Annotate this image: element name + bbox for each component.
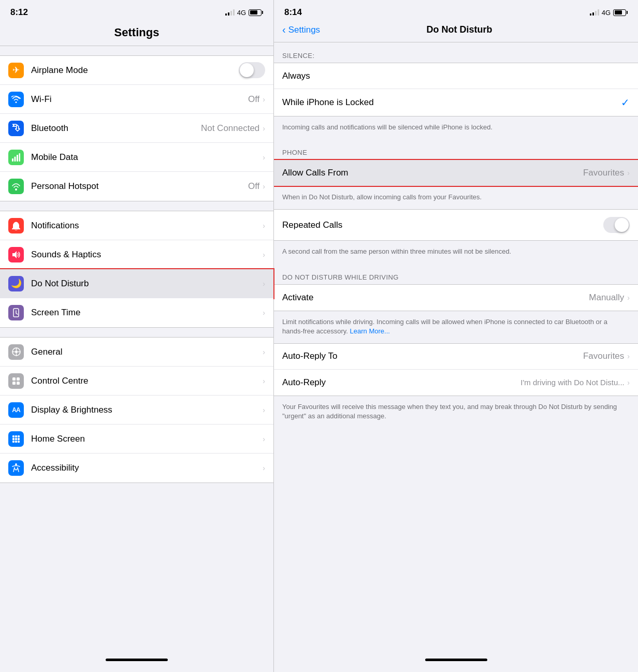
svg-rect-3 [19, 153, 21, 162]
display-label: Display & Brightness [31, 405, 263, 415]
personal-hotspot-value: Off [248, 181, 259, 192]
sounds-label: Sounds & Haptics [31, 250, 263, 260]
general-item[interactable]: General › [0, 338, 273, 367]
driving-header: DO NOT DISTURB WHILE DRIVING [274, 264, 638, 284]
svg-rect-0 [12, 158, 13, 162]
notifications-chevron: › [263, 222, 265, 230]
svg-marker-5 [12, 251, 17, 258]
while-locked-item[interactable]: While iPhone is Locked ✓ [274, 89, 638, 116]
svg-rect-22 [18, 438, 20, 440]
mobile-data-icon [8, 150, 24, 165]
auto-reply-section: Auto-Reply To Favourites › Auto-Reply I'… [274, 343, 638, 396]
while-locked-label: While iPhone is Locked [282, 97, 621, 108]
notifications-item[interactable]: Notifications › [0, 211, 273, 240]
svg-rect-2 [17, 155, 18, 162]
svg-rect-17 [12, 435, 15, 437]
mobile-data-item[interactable]: Mobile Data › [0, 143, 273, 172]
svg-rect-14 [17, 377, 20, 381]
always-label: Always [282, 71, 630, 81]
wifi-item[interactable]: Wi-Fi Off › [0, 85, 273, 114]
control-centre-label: Control Centre [31, 376, 263, 386]
right-time: 8:14 [284, 7, 302, 18]
screen-time-chevron: › [263, 309, 265, 317]
left-panel: 8:12 4G Settings ✈ Airplane Mode [0, 0, 273, 672]
right-panel: 8:14 4G ‹ Settings Do Not Disturb SILENC… [273, 0, 638, 672]
home-screen-chevron: › [263, 435, 265, 443]
notifications-section: Notifications › Sounds & Haptics › 🌙 Do … [0, 211, 273, 328]
accessibility-chevron: › [263, 464, 265, 472]
svg-rect-1 [15, 156, 16, 162]
silence-section: Always While iPhone is Locked ✓ [274, 63, 638, 116]
airplane-mode-icon: ✈ [8, 63, 24, 78]
repeated-calls-section: Repeated Calls [274, 209, 638, 241]
general-chevron: › [263, 348, 265, 356]
notifications-icon [8, 218, 24, 233]
do-not-disturb-item[interactable]: 🌙 Do Not Disturb › [0, 269, 273, 298]
home-screen-label: Home Screen [31, 434, 263, 444]
display-chevron: › [263, 406, 265, 414]
driving-description: Limit notifications while driving. Incom… [274, 312, 638, 343]
network-label: 4G [237, 9, 246, 17]
wifi-icon [8, 92, 24, 107]
general-icon [8, 344, 24, 360]
silence-description: Incoming calls and notifications will be… [274, 118, 638, 139]
activate-item[interactable]: Activate Manually › [274, 285, 638, 311]
connectivity-section: ✈ Airplane Mode Wi-Fi Off › ⮷ Bluet [0, 55, 273, 201]
control-centre-icon [8, 373, 24, 389]
bluetooth-chevron: › [263, 124, 265, 133]
airplane-mode-item[interactable]: ✈ Airplane Mode [0, 56, 273, 85]
activate-value: Manually [589, 293, 624, 303]
right-status-bar: 8:14 4G [274, 0, 638, 22]
do-not-disturb-icon: 🌙 [8, 276, 24, 291]
always-item[interactable]: Always [274, 63, 638, 89]
bluetooth-item[interactable]: ⮷ Bluetooth Not Connected › [0, 114, 273, 143]
driving-section: Activate Manually › [274, 284, 638, 311]
allow-calls-from-item[interactable]: Allow Calls From Favourites › [274, 160, 638, 186]
svg-rect-25 [18, 441, 20, 443]
repeated-calls-item[interactable]: Repeated Calls [274, 210, 638, 240]
mobile-data-chevron: › [263, 153, 265, 162]
svg-rect-19 [18, 435, 20, 437]
repeated-calls-description: A second call from the same person withi… [274, 242, 638, 264]
mobile-data-label: Mobile Data [31, 152, 263, 163]
right-battery-icon [613, 9, 628, 16]
auto-reply-to-value: Favourites [583, 351, 624, 361]
signal-bars [225, 9, 235, 16]
right-network-label: 4G [602, 9, 611, 17]
svg-point-4 [15, 188, 17, 191]
learn-more-link[interactable]: Learn More... [350, 327, 390, 335]
svg-rect-24 [15, 441, 17, 443]
wifi-chevron: › [263, 95, 265, 104]
display-item[interactable]: AA Display & Brightness › [0, 396, 273, 425]
svg-rect-20 [12, 438, 15, 440]
left-time: 8:12 [10, 7, 28, 18]
auto-reply-to-chevron: › [627, 352, 630, 360]
silence-header: SILENCE: [274, 42, 638, 63]
auto-reply-item[interactable]: Auto-Reply I'm driving with Do Not Distu… [274, 370, 638, 396]
screen-time-item[interactable]: Screen Time › [0, 298, 273, 327]
personal-hotspot-item[interactable]: Personal Hotspot Off › [0, 172, 273, 201]
page-title: Do Not Disturb [289, 24, 630, 35]
control-centre-item[interactable]: Control Centre › [0, 367, 273, 396]
auto-reply-to-item[interactable]: Auto-Reply To Favourites › [274, 344, 638, 370]
accessibility-icon [8, 460, 24, 476]
auto-reply-label: Auto-Reply [282, 377, 520, 388]
allow-calls-from-label: Allow Calls From [282, 168, 583, 178]
sounds-item[interactable]: Sounds & Haptics › [0, 240, 273, 269]
bluetooth-value: Not Connected [201, 123, 259, 134]
repeated-calls-toggle[interactable] [603, 217, 630, 233]
settings-title: Settings [10, 26, 263, 39]
accessibility-label: Accessibility [31, 463, 263, 473]
right-signal-bars [590, 9, 599, 16]
battery-icon [249, 9, 263, 16]
airplane-mode-toggle[interactable] [239, 62, 265, 78]
right-status-icons: 4G [590, 9, 628, 17]
allow-calls-from-chevron: › [627, 169, 630, 177]
right-content: SILENCE: Always While iPhone is Locked ✓… [274, 42, 638, 654]
home-screen-item[interactable]: Home Screen › [0, 425, 273, 454]
phone-section: Allow Calls From Favourites › [274, 159, 638, 186]
do-not-disturb-chevron: › [263, 280, 265, 288]
personal-hotspot-label: Personal Hotspot [31, 181, 248, 192]
notifications-label: Notifications [31, 221, 263, 231]
accessibility-item[interactable]: Accessibility › [0, 454, 273, 483]
